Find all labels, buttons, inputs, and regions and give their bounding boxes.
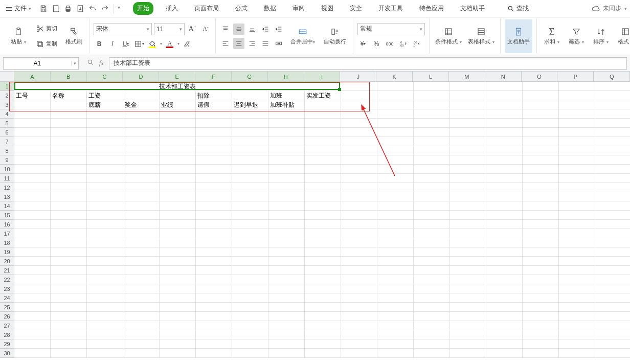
cell[interactable] (595, 321, 630, 330)
cell[interactable] (14, 293, 51, 303)
cell[interactable] (523, 82, 559, 91)
cell[interactable] (232, 275, 268, 284)
cell[interactable] (232, 349, 268, 358)
cell[interactable] (595, 211, 630, 220)
cell[interactable] (414, 238, 450, 247)
cell[interactable] (377, 238, 414, 247)
cell[interactable] (377, 349, 414, 358)
cell[interactable] (87, 293, 123, 303)
cell[interactable] (559, 192, 595, 201)
cell[interactable] (196, 174, 232, 183)
select-all-corner[interactable] (0, 72, 14, 82)
cell[interactable] (232, 146, 268, 155)
cell[interactable] (160, 146, 196, 155)
cell[interactable] (87, 303, 123, 312)
find-button[interactable]: 查找 (503, 2, 533, 15)
cell[interactable] (268, 339, 305, 349)
cut-button[interactable]: 剪切 (33, 22, 59, 35)
cell[interactable] (123, 293, 160, 303)
cell[interactable] (51, 174, 87, 183)
cell[interactable] (450, 229, 486, 238)
cell[interactable] (196, 303, 232, 312)
cell[interactable] (123, 238, 160, 247)
cell[interactable] (450, 183, 486, 192)
cell[interactable] (87, 321, 123, 330)
cell[interactable] (123, 275, 160, 284)
cell[interactable] (523, 238, 559, 247)
cell[interactable] (595, 100, 630, 109)
cell[interactable] (123, 155, 160, 165)
cell[interactable] (377, 257, 414, 266)
cell[interactable] (14, 247, 51, 257)
merge-across-icon[interactable] (273, 38, 284, 49)
cell[interactable] (51, 155, 87, 165)
cell[interactable] (87, 119, 123, 128)
cell[interactable] (486, 247, 523, 257)
cell[interactable] (196, 211, 232, 220)
cell[interactable] (14, 192, 51, 201)
cell[interactable] (559, 137, 595, 146)
cell[interactable] (341, 192, 377, 201)
cell[interactable] (268, 330, 305, 339)
cell[interactable] (305, 229, 341, 238)
row-header-6[interactable]: 6 (0, 128, 14, 137)
col-header-O[interactable]: O (522, 72, 558, 82)
tab-home[interactable]: 开始 (133, 2, 153, 15)
col-header-K[interactable]: K (376, 72, 413, 82)
cell[interactable] (87, 220, 123, 229)
cell[interactable] (595, 119, 630, 128)
cell[interactable] (559, 275, 595, 284)
row-header-20[interactable]: 20 (0, 257, 14, 266)
cell[interactable] (305, 119, 341, 128)
cell[interactable] (123, 174, 160, 183)
cell[interactable] (232, 257, 268, 266)
row-header-4[interactable]: 4 (0, 109, 14, 119)
cell[interactable] (268, 201, 305, 211)
cell[interactable] (160, 238, 196, 247)
cell[interactable] (341, 257, 377, 266)
cell[interactable] (14, 275, 51, 284)
cell[interactable] (87, 247, 123, 257)
cell[interactable] (268, 211, 305, 220)
cell[interactable] (414, 211, 450, 220)
cell[interactable] (51, 247, 87, 257)
cell[interactable] (595, 293, 630, 303)
copy-button[interactable]: 复制 (33, 38, 59, 50)
cell[interactable] (123, 128, 160, 137)
bold-button[interactable]: B (94, 38, 105, 50)
comma-icon[interactable]: 000 (384, 38, 395, 50)
cell[interactable] (123, 146, 160, 155)
font-name-dropdown[interactable]: 宋体▾ (94, 23, 152, 35)
cell[interactable] (450, 109, 486, 119)
cell[interactable] (123, 303, 160, 312)
cell[interactable] (160, 128, 196, 137)
sum-button[interactable]: Σ 求和 ▾ (541, 19, 562, 53)
cell[interactable] (51, 293, 87, 303)
cell[interactable] (523, 330, 559, 339)
cell[interactable] (450, 312, 486, 321)
data-cell[interactable]: 加班补贴 (268, 100, 305, 109)
cell[interactable] (341, 155, 377, 165)
cell[interactable] (123, 247, 160, 257)
cell[interactable] (414, 146, 450, 155)
row-header-11[interactable]: 11 (0, 174, 14, 183)
cell[interactable] (87, 312, 123, 321)
cell[interactable] (14, 266, 51, 275)
cell[interactable] (559, 211, 595, 220)
cell[interactable] (414, 247, 450, 257)
data-cell[interactable]: 名称 (51, 91, 87, 100)
cell[interactable] (523, 174, 559, 183)
cell[interactable] (160, 303, 196, 312)
export-icon[interactable] (76, 5, 84, 13)
cell[interactable] (559, 266, 595, 275)
cell[interactable] (450, 220, 486, 229)
cell[interactable] (51, 183, 87, 192)
cell[interactable] (377, 155, 414, 165)
cell[interactable] (450, 330, 486, 339)
cell[interactable] (123, 211, 160, 220)
cell[interactable] (341, 275, 377, 284)
cell[interactable] (51, 100, 87, 109)
cell[interactable] (414, 303, 450, 312)
cell[interactable] (196, 229, 232, 238)
cell[interactable] (341, 119, 377, 128)
